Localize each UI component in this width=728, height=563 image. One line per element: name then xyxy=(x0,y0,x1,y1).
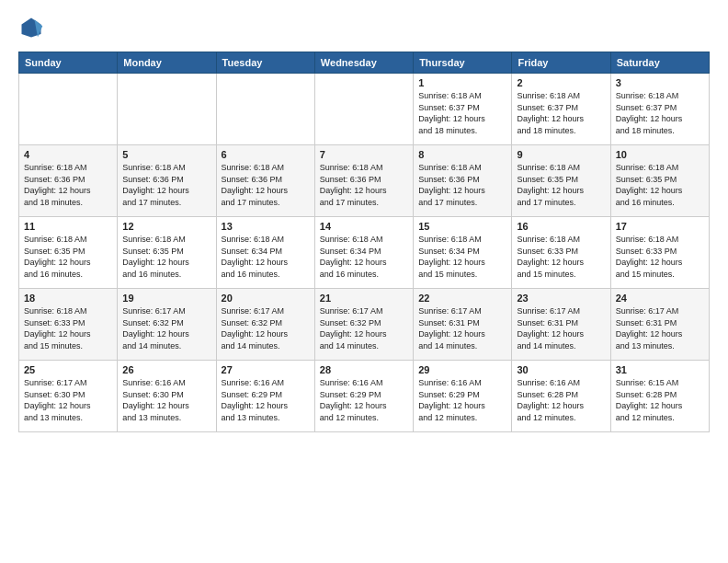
calendar-cell: 29Sunrise: 6:16 AM Sunset: 6:29 PM Dayli… xyxy=(414,361,512,432)
day-info: Sunrise: 6:18 AM Sunset: 6:37 PM Dayligh… xyxy=(517,90,605,136)
day-info: Sunrise: 6:18 AM Sunset: 6:33 PM Dayligh… xyxy=(616,234,704,280)
day-info: Sunrise: 6:18 AM Sunset: 6:37 PM Dayligh… xyxy=(418,90,506,136)
day-info: Sunrise: 6:16 AM Sunset: 6:29 PM Dayligh… xyxy=(418,377,506,423)
calendar-week-row: 18Sunrise: 6:18 AM Sunset: 6:33 PM Dayli… xyxy=(19,289,710,361)
calendar-cell: 22Sunrise: 6:17 AM Sunset: 6:31 PM Dayli… xyxy=(414,289,512,361)
calendar-cell: 20Sunrise: 6:17 AM Sunset: 6:32 PM Dayli… xyxy=(216,289,314,361)
day-info: Sunrise: 6:18 AM Sunset: 6:34 PM Dayligh… xyxy=(222,234,310,280)
calendar-cell xyxy=(314,74,413,145)
calendar-week-row: 4Sunrise: 6:18 AM Sunset: 6:36 PM Daylig… xyxy=(19,145,710,217)
day-info: Sunrise: 6:18 AM Sunset: 6:35 PM Dayligh… xyxy=(24,234,112,280)
day-number: 16 xyxy=(517,221,605,232)
day-info: Sunrise: 6:15 AM Sunset: 6:28 PM Dayligh… xyxy=(616,377,704,423)
day-of-week-header: Sunday xyxy=(19,52,118,74)
day-of-week-header: Monday xyxy=(118,52,216,74)
day-of-week-header: Wednesday xyxy=(314,52,413,74)
day-info: Sunrise: 6:16 AM Sunset: 6:30 PM Dayligh… xyxy=(122,377,210,423)
calendar-cell: 25Sunrise: 6:17 AM Sunset: 6:30 PM Dayli… xyxy=(19,361,118,432)
day-of-week-header: Saturday xyxy=(610,52,709,74)
day-number: 30 xyxy=(517,364,605,375)
day-info: Sunrise: 6:17 AM Sunset: 6:32 PM Dayligh… xyxy=(320,305,408,351)
calendar-cell: 12Sunrise: 6:18 AM Sunset: 6:35 PM Dayli… xyxy=(118,217,216,289)
calendar-cell: 1Sunrise: 6:18 AM Sunset: 6:37 PM Daylig… xyxy=(414,74,512,145)
day-info: Sunrise: 6:18 AM Sunset: 6:36 PM Dayligh… xyxy=(24,162,112,208)
calendar-cell: 18Sunrise: 6:18 AM Sunset: 6:33 PM Dayli… xyxy=(19,289,118,361)
calendar-cell xyxy=(118,74,216,145)
calendar-cell: 6Sunrise: 6:18 AM Sunset: 6:36 PM Daylig… xyxy=(216,145,314,217)
day-number: 31 xyxy=(616,364,704,375)
calendar-header-row: SundayMondayTuesdayWednesdayThursdayFrid… xyxy=(19,52,710,74)
calendar-cell: 23Sunrise: 6:17 AM Sunset: 6:31 PM Dayli… xyxy=(512,289,610,361)
day-info: Sunrise: 6:17 AM Sunset: 6:32 PM Dayligh… xyxy=(222,305,310,351)
day-number: 18 xyxy=(24,293,112,304)
day-number: 29 xyxy=(418,364,506,375)
day-info: Sunrise: 6:16 AM Sunset: 6:29 PM Dayligh… xyxy=(320,377,408,423)
day-number: 7 xyxy=(320,149,408,160)
day-number: 28 xyxy=(320,364,408,375)
day-number: 11 xyxy=(24,221,112,232)
day-info: Sunrise: 6:18 AM Sunset: 6:35 PM Dayligh… xyxy=(517,162,605,208)
day-info: Sunrise: 6:18 AM Sunset: 6:35 PM Dayligh… xyxy=(616,162,704,208)
day-info: Sunrise: 6:17 AM Sunset: 6:30 PM Dayligh… xyxy=(24,377,112,423)
calendar-cell: 31Sunrise: 6:15 AM Sunset: 6:28 PM Dayli… xyxy=(610,361,709,432)
day-info: Sunrise: 6:18 AM Sunset: 6:36 PM Dayligh… xyxy=(222,162,310,208)
calendar-cell: 21Sunrise: 6:17 AM Sunset: 6:32 PM Dayli… xyxy=(314,289,413,361)
day-number: 19 xyxy=(122,293,210,304)
calendar-cell: 13Sunrise: 6:18 AM Sunset: 6:34 PM Dayli… xyxy=(216,217,314,289)
day-info: Sunrise: 6:17 AM Sunset: 6:32 PM Dayligh… xyxy=(122,305,210,351)
day-number: 15 xyxy=(418,221,506,232)
calendar-week-row: 11Sunrise: 6:18 AM Sunset: 6:35 PM Dayli… xyxy=(19,217,710,289)
day-number: 26 xyxy=(122,364,210,375)
calendar-cell: 9Sunrise: 6:18 AM Sunset: 6:35 PM Daylig… xyxy=(512,145,610,217)
day-number: 10 xyxy=(616,149,704,160)
calendar-cell: 30Sunrise: 6:16 AM Sunset: 6:28 PM Dayli… xyxy=(512,361,610,432)
day-number: 22 xyxy=(418,293,506,304)
calendar-cell: 8Sunrise: 6:18 AM Sunset: 6:36 PM Daylig… xyxy=(414,145,512,217)
calendar-cell: 4Sunrise: 6:18 AM Sunset: 6:36 PM Daylig… xyxy=(19,145,118,217)
day-number: 13 xyxy=(222,221,310,232)
calendar-week-row: 25Sunrise: 6:17 AM Sunset: 6:30 PM Dayli… xyxy=(19,361,710,432)
day-info: Sunrise: 6:16 AM Sunset: 6:29 PM Dayligh… xyxy=(222,377,310,423)
calendar-cell: 28Sunrise: 6:16 AM Sunset: 6:29 PM Dayli… xyxy=(314,361,413,432)
calendar-cell: 26Sunrise: 6:16 AM Sunset: 6:30 PM Dayli… xyxy=(118,361,216,432)
day-info: Sunrise: 6:18 AM Sunset: 6:33 PM Dayligh… xyxy=(517,234,605,280)
day-number: 23 xyxy=(517,293,605,304)
calendar-cell: 2Sunrise: 6:18 AM Sunset: 6:37 PM Daylig… xyxy=(512,74,610,145)
day-info: Sunrise: 6:17 AM Sunset: 6:31 PM Dayligh… xyxy=(418,305,506,351)
day-of-week-header: Tuesday xyxy=(216,52,314,74)
day-info: Sunrise: 6:16 AM Sunset: 6:28 PM Dayligh… xyxy=(517,377,605,423)
day-number: 9 xyxy=(517,149,605,160)
day-number: 5 xyxy=(122,149,210,160)
calendar-cell: 11Sunrise: 6:18 AM Sunset: 6:35 PM Dayli… xyxy=(19,217,118,289)
day-info: Sunrise: 6:18 AM Sunset: 6:36 PM Dayligh… xyxy=(320,162,408,208)
day-of-week-header: Thursday xyxy=(414,52,512,74)
page-header xyxy=(18,15,710,40)
calendar-cell: 15Sunrise: 6:18 AM Sunset: 6:34 PM Dayli… xyxy=(414,217,512,289)
day-info: Sunrise: 6:18 AM Sunset: 6:37 PM Dayligh… xyxy=(616,90,704,136)
day-number: 12 xyxy=(122,221,210,232)
calendar: SundayMondayTuesdayWednesdayThursdayFrid… xyxy=(18,52,710,432)
day-of-week-header: Friday xyxy=(512,52,610,74)
day-number: 27 xyxy=(222,364,310,375)
calendar-cell: 5Sunrise: 6:18 AM Sunset: 6:36 PM Daylig… xyxy=(118,145,216,217)
day-number: 20 xyxy=(222,293,310,304)
day-number: 1 xyxy=(418,77,506,88)
calendar-cell: 19Sunrise: 6:17 AM Sunset: 6:32 PM Dayli… xyxy=(118,289,216,361)
calendar-cell: 3Sunrise: 6:18 AM Sunset: 6:37 PM Daylig… xyxy=(610,74,709,145)
day-number: 3 xyxy=(616,77,704,88)
logo xyxy=(18,15,48,40)
day-info: Sunrise: 6:18 AM Sunset: 6:34 PM Dayligh… xyxy=(320,234,408,280)
day-info: Sunrise: 6:18 AM Sunset: 6:36 PM Dayligh… xyxy=(122,162,210,208)
calendar-cell: 27Sunrise: 6:16 AM Sunset: 6:29 PM Dayli… xyxy=(216,361,314,432)
calendar-cell: 14Sunrise: 6:18 AM Sunset: 6:34 PM Dayli… xyxy=(314,217,413,289)
day-number: 2 xyxy=(517,77,605,88)
calendar-cell: 7Sunrise: 6:18 AM Sunset: 6:36 PM Daylig… xyxy=(314,145,413,217)
calendar-cell: 16Sunrise: 6:18 AM Sunset: 6:33 PM Dayli… xyxy=(512,217,610,289)
day-number: 6 xyxy=(222,149,310,160)
calendar-cell xyxy=(216,74,314,145)
calendar-cell: 17Sunrise: 6:18 AM Sunset: 6:33 PM Dayli… xyxy=(610,217,709,289)
day-number: 17 xyxy=(616,221,704,232)
day-number: 14 xyxy=(320,221,408,232)
day-info: Sunrise: 6:18 AM Sunset: 6:36 PM Dayligh… xyxy=(418,162,506,208)
day-info: Sunrise: 6:18 AM Sunset: 6:35 PM Dayligh… xyxy=(122,234,210,280)
